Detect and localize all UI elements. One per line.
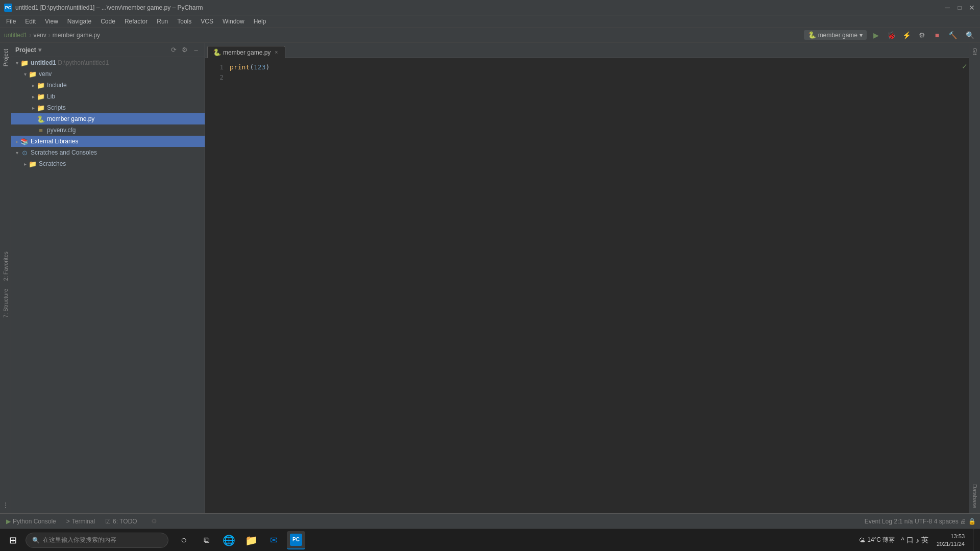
bottom-settings-button[interactable]: ⚙ xyxy=(150,517,159,526)
tree-label-scripts: Scripts xyxy=(47,104,66,111)
tray-input-icon[interactable]: 英 xyxy=(921,536,928,545)
clock-widget[interactable]: 13:53 2021/11/24 xyxy=(933,533,969,548)
project-tree: ▾ 📁 untitled1 D:\python\untitled1 ▾ 📁 ve… xyxy=(11,57,205,513)
tree-item-pyvenv[interactable]: ▸ ≡ pyvenv.cfg xyxy=(11,124,205,136)
tree-item-scratches[interactable]: ▸ 📁 Scratches xyxy=(11,158,205,169)
profile-button[interactable]: ⚙ xyxy=(916,29,928,41)
task-view-icon: ⧉ xyxy=(204,536,209,545)
tree-item-lib[interactable]: ▸ 📁 Lib xyxy=(11,91,205,102)
chevron-right-icon: ▸ xyxy=(30,82,37,89)
menu-navigate[interactable]: Navigate xyxy=(63,17,95,26)
taskbar-right: 🌤 14°C 薄雾 ^ 口 ♪ 英 13:53 2021/11/24 xyxy=(857,529,980,552)
close-button[interactable]: ✕ xyxy=(968,4,976,12)
event-log-link[interactable]: Event Log xyxy=(865,518,892,525)
menu-window[interactable]: Window xyxy=(218,17,249,26)
python-console-tab[interactable]: ▶ Python Console xyxy=(4,517,58,526)
terminal-tab[interactable]: > Terminal xyxy=(64,517,97,526)
tab-close-button[interactable]: × xyxy=(273,49,280,56)
status-printer-icon[interactable]: 🖨 xyxy=(960,518,966,525)
breadcrumb-sep1: › xyxy=(29,32,31,39)
taskbar-edge[interactable]: 🌐 xyxy=(219,531,238,549)
pycharm-icon: PC xyxy=(290,534,302,546)
clock-date: 2021/11/24 xyxy=(937,540,965,548)
build-button[interactable]: 🔨 xyxy=(946,29,959,41)
tree-item-scripts[interactable]: ▸ 📁 Scripts xyxy=(11,102,205,113)
status-na: n/a xyxy=(904,518,913,525)
tree-label-external-libraries: External Libraries xyxy=(31,138,78,145)
code-line-2[interactable] xyxy=(230,72,957,83)
project-dropdown-icon[interactable]: ▾ xyxy=(38,46,41,54)
tray-network-icon[interactable]: 口 xyxy=(906,536,914,545)
tree-item-include[interactable]: ▸ 📁 Include xyxy=(11,80,205,91)
title-bar-left: PC untitled1 [D:\python\untitled1] – ...… xyxy=(4,4,203,12)
menu-tools[interactable]: Tools xyxy=(173,17,195,26)
sidebar-item-database[interactable]: Database xyxy=(971,479,979,513)
minimize-button[interactable]: ─ xyxy=(943,4,951,12)
menu-edit[interactable]: Edit xyxy=(21,17,40,26)
start-button[interactable]: ⊞ xyxy=(0,529,26,552)
external-libs-icon: 📚 xyxy=(20,137,29,145)
tray-expand-icon[interactable]: ^ xyxy=(901,536,904,544)
window-controls: ─ □ ✕ xyxy=(943,4,976,12)
tree-item-venv[interactable]: ▾ 📁 venv xyxy=(11,68,205,80)
breadcrumb-sep2: › xyxy=(48,32,51,39)
status-encoding[interactable]: UTF-8 xyxy=(915,518,932,525)
project-collapse-button[interactable]: – xyxy=(191,45,201,55)
clock-time: 13:53 xyxy=(950,533,965,540)
tree-item-scratches-consoles[interactable]: ▾ ⊙ Scratches and Consoles xyxy=(11,147,205,158)
taskbar-files[interactable]: 📁 xyxy=(242,531,260,549)
tree-item-external-libraries[interactable]: ▸ 📚 External Libraries xyxy=(11,136,205,147)
breadcrumb-file[interactable]: member game.py xyxy=(53,32,100,39)
menu-file[interactable]: File xyxy=(2,17,20,26)
sidebar-item-project[interactable]: Project xyxy=(2,45,10,70)
bottom-bar: ▶ Python Console > Terminal ☑ 6: TODO ⚙ … xyxy=(0,513,980,529)
todo-tab[interactable]: ☑ 6: TODO xyxy=(103,517,139,526)
tree-item-member-game[interactable]: ▸ 🐍 member game.py xyxy=(11,113,205,124)
run-button[interactable]: ▶ xyxy=(870,29,882,41)
breadcrumb-venv[interactable]: venv xyxy=(33,32,46,39)
maximize-button[interactable]: □ xyxy=(955,4,964,12)
chevron-right-icon: ▸ xyxy=(30,104,37,111)
taskbar-pycharm[interactable]: PC xyxy=(287,531,305,549)
menu-run[interactable]: Run xyxy=(153,17,172,26)
code-line-1[interactable]: print(123) xyxy=(230,62,957,72)
tree-item-untitled1[interactable]: ▾ 📁 untitled1 D:\python\untitled1 xyxy=(11,57,205,68)
taskbar-search-box[interactable]: 🔍 在这里输入你要搜索的内容 xyxy=(26,533,168,548)
status-lock-icon[interactable]: 🔒 xyxy=(968,518,976,525)
project-header: Project ▾ ⟳ ⚙ – xyxy=(11,43,205,57)
show-desktop-button[interactable] xyxy=(973,529,976,552)
tab-python-icon: 🐍 xyxy=(213,48,221,56)
editor-content[interactable]: 1 2 print(123) ✓ xyxy=(205,58,969,513)
search-everywhere-button[interactable]: 🔍 xyxy=(964,29,976,41)
sidebar-item-favorites[interactable]: 2: Favorites xyxy=(2,247,10,285)
bottom-toolbar-buttons: ⚙ xyxy=(150,517,159,526)
tab-label: member game.py xyxy=(223,49,271,56)
editor-tab-member-game[interactable]: 🐍 member game.py × xyxy=(207,46,285,58)
weather-icon: 🌤 xyxy=(859,537,865,544)
menu-code[interactable]: Code xyxy=(96,17,119,26)
sidebar-more-button[interactable]: ⋮ xyxy=(0,499,12,511)
line-numbers: 1 2 xyxy=(205,58,226,513)
status-position[interactable]: 2:1 xyxy=(894,518,902,525)
status-spaces[interactable]: 4 spaces xyxy=(934,518,959,525)
menu-vcs[interactable]: VCS xyxy=(197,17,217,26)
stop-button[interactable]: ■ xyxy=(931,29,943,41)
taskbar-cortana[interactable]: ○ xyxy=(175,531,193,549)
coverage-button[interactable]: ⚡ xyxy=(900,29,913,41)
menu-refactor[interactable]: Refactor xyxy=(120,17,152,26)
run-config-dropdown[interactable]: 🐍 member game ▾ xyxy=(804,30,867,40)
weather-widget[interactable]: 🌤 14°C 薄雾 xyxy=(857,536,897,544)
project-title-label: Project xyxy=(15,46,36,54)
menu-view[interactable]: View xyxy=(41,17,62,26)
tray-volume-icon[interactable]: ♪ xyxy=(916,536,919,544)
sidebar-item-structure[interactable]: 7: Structure xyxy=(2,285,10,322)
debug-button[interactable]: 🐞 xyxy=(885,29,897,41)
sidebar-item-git[interactable]: Git xyxy=(971,43,979,60)
project-sync-button[interactable]: ⟳ xyxy=(169,45,178,55)
menu-help[interactable]: Help xyxy=(250,17,271,26)
code-editor[interactable]: print(123) xyxy=(226,58,961,513)
taskbar-task-view[interactable]: ⧉ xyxy=(197,531,215,549)
breadcrumb-project[interactable]: untitled1 xyxy=(4,32,27,39)
taskbar-mail[interactable]: ✉ xyxy=(264,531,283,549)
project-settings-button[interactable]: ⚙ xyxy=(180,45,189,55)
